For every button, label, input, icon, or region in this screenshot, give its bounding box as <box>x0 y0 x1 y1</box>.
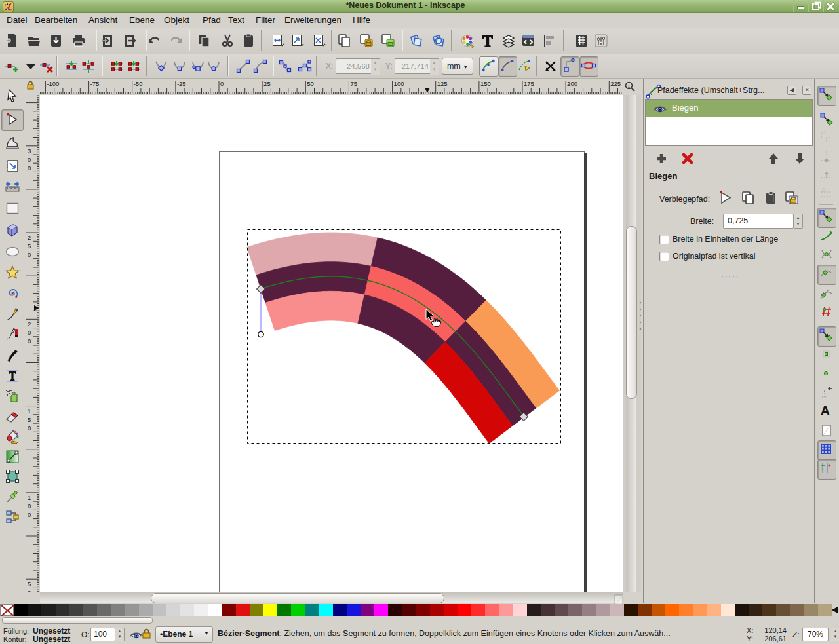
svg-text:0: 0 <box>28 425 31 432</box>
svg-text:3: 3 <box>28 147 31 155</box>
svg-text:50: 50 <box>307 80 314 87</box>
svg-text:1: 1 <box>28 494 31 501</box>
svg-text:5: 5 <box>28 580 31 588</box>
svg-text:225: 225 <box>610 80 621 87</box>
svg-text:25: 25 <box>263 80 271 87</box>
svg-text:0: 0 <box>28 251 31 258</box>
svg-text:0: 0 <box>28 502 31 510</box>
svg-text:150: 150 <box>480 80 491 87</box>
svg-text:0: 0 <box>28 164 31 172</box>
svg-text:125: 125 <box>437 80 448 87</box>
svg-text:0: 0 <box>28 589 31 592</box>
svg-text:5: 5 <box>28 416 31 423</box>
svg-text:100: 100 <box>394 80 404 87</box>
svg-text:0: 0 <box>28 337 31 345</box>
svg-text:5: 5 <box>28 242 31 250</box>
svg-text:-75: -75 <box>90 80 100 87</box>
svg-text:0: 0 <box>28 329 31 336</box>
svg-text:75: 75 <box>350 80 357 87</box>
svg-text:0: 0 <box>28 511 31 518</box>
svg-text:1: 1 <box>627 83 631 89</box>
svg-text:2: 2 <box>28 320 31 328</box>
svg-text:0: 0 <box>28 156 31 163</box>
svg-text:-25: -25 <box>177 80 186 87</box>
svg-text:-100: -100 <box>47 80 59 87</box>
svg-text:200: 200 <box>567 80 577 87</box>
svg-text:175: 175 <box>524 80 534 87</box>
svg-text:1: 1 <box>28 407 31 415</box>
svg-text:2: 2 <box>28 234 31 241</box>
svg-text:-50: -50 <box>134 80 143 87</box>
svg-text:0: 0 <box>220 80 224 87</box>
